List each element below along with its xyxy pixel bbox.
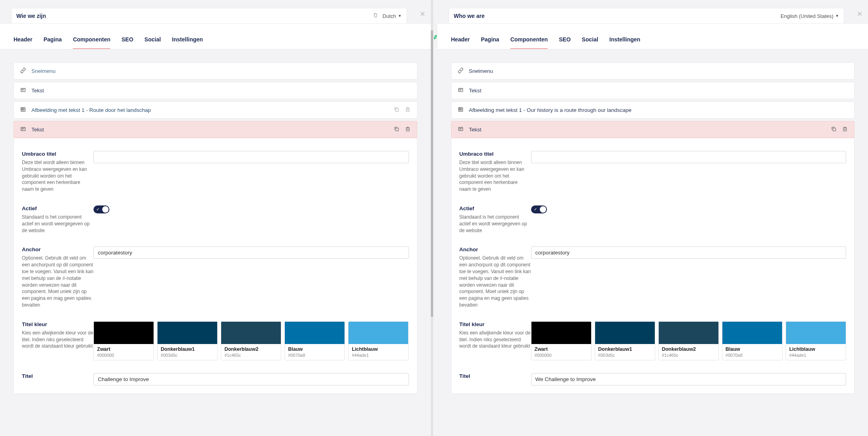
actief-toggle[interactable]: ✓	[93, 205, 109, 213]
tab-instellingen[interactable]: Instellingen	[609, 36, 640, 49]
text-icon	[20, 126, 26, 133]
svg-rect-0	[374, 14, 376, 17]
delete-icon[interactable]	[842, 126, 848, 133]
swatch-donkerblauw1[interactable]: Donkerblauw1#003d5c	[595, 321, 655, 360]
tab-header[interactable]: Header	[451, 36, 470, 49]
page-title-input[interactable]	[454, 13, 781, 19]
swatch-donkerblauw2[interactable]: Donkerblauw2#1c465c	[221, 321, 281, 360]
language-select[interactable]: English (United States) ▼	[780, 13, 839, 19]
swatch-lichtblauw[interactable]: Lichtblauw#44ade1	[348, 321, 409, 360]
field-desc: Deze titel wordt alleen binnen Umbraco w…	[459, 160, 524, 192]
expanded-panel: Umbraco titel Deze titel wordt alleen bi…	[14, 138, 417, 394]
field-label: Umbraco titel	[22, 151, 93, 157]
clipboard-icon[interactable]	[373, 13, 378, 19]
field-label: Titel kleur	[459, 321, 531, 327]
close-icon[interactable]: ✕	[420, 10, 425, 18]
anchor-input[interactable]	[531, 246, 847, 259]
field-desc: Standaard is het component actief en wor…	[459, 214, 527, 233]
field-desc: Optioneel. Gebruik dit veld om een ancho…	[22, 255, 93, 308]
tab-seo[interactable]: SEO	[121, 36, 133, 49]
copy-icon[interactable]	[831, 126, 837, 133]
component-snelmenu[interactable]: Snelmenu	[451, 63, 855, 80]
component-label: Snelmenu	[469, 68, 493, 74]
tab-componenten[interactable]: Componenten	[73, 36, 110, 49]
tab-componenten[interactable]: Componenten	[510, 36, 548, 49]
umbraco-titel-input[interactable]	[531, 151, 847, 163]
language-label: English (United States)	[780, 13, 833, 19]
field-label: Actief	[22, 205, 93, 211]
right-tabs: Header Pagina Componenten SEO Social Ins…	[438, 31, 868, 49]
delete-icon[interactable]	[405, 107, 411, 113]
left-tabs: Header Pagina Componenten SEO Social Ins…	[0, 31, 431, 49]
color-swatches: Zwart#000000 Donkerblauw1#003d5c Donkerb…	[93, 321, 409, 360]
page-title-input[interactable]	[16, 13, 368, 19]
swatch-blauw[interactable]: Blauw#0070a8	[284, 321, 345, 360]
tab-pagina[interactable]: Pagina	[481, 36, 499, 49]
field-actief: Actief Standaard is het component actief…	[18, 201, 413, 242]
umbraco-titel-input[interactable]	[93, 151, 409, 163]
titel-input[interactable]	[93, 373, 409, 385]
component-afbeelding[interactable]: Afbeelding met tekst 1 - Our history is …	[451, 102, 855, 119]
field-desc: Optioneel. Gebruik dit veld om een ancho…	[459, 255, 531, 308]
pane-divider[interactable]: ◀▶	[431, 0, 438, 436]
swatch-lichtblauw[interactable]: Lichtblauw#44ade1	[786, 321, 846, 360]
right-title-row: English (United States) ▼ ✕	[443, 4, 863, 24]
swatch-blauw[interactable]: Blauw#0070a8	[722, 321, 782, 360]
right-title-bar: English (United States) ▼	[449, 8, 845, 24]
tab-seo[interactable]: SEO	[559, 36, 571, 49]
component-tekst-2[interactable]: Tekst	[451, 121, 855, 138]
component-label: Tekst	[31, 127, 44, 133]
field-desc: Deze titel wordt alleen binnen Umbraco w…	[22, 160, 87, 192]
anchor-input[interactable]	[93, 246, 409, 259]
check-icon: ✓	[96, 207, 99, 211]
scrollbar-thumb[interactable]	[431, 30, 433, 317]
svg-rect-13	[395, 128, 398, 131]
swatch-zwart[interactable]: Zwart#000000	[531, 321, 592, 360]
language-select[interactable]: Dutch ▼	[383, 13, 402, 19]
toggle-knob	[540, 206, 546, 213]
link-icon	[20, 68, 26, 74]
titel-input[interactable]	[531, 373, 847, 385]
field-label: Actief	[459, 205, 531, 211]
right-content: Snelmenu Tekst Afbeelding met tekst 1 - …	[438, 50, 868, 402]
left-title-row: Dutch ▼ ✕	[6, 4, 425, 24]
tab-header[interactable]: Header	[14, 36, 32, 49]
row-actions	[394, 107, 411, 113]
component-snelmenu[interactable]: Snelmenu	[14, 63, 417, 80]
component-label: Tekst	[31, 88, 44, 94]
field-titelkleur: Titel kleur Kies een afwijkende kleur vo…	[18, 317, 413, 369]
swatch-donkerblauw2[interactable]: Donkerblauw2#1c465c	[658, 321, 719, 360]
swatch-donkerblauw1[interactable]: Donkerblauw1#003d5c	[157, 321, 218, 360]
copy-icon[interactable]	[394, 126, 399, 133]
tab-instellingen[interactable]: Instellingen	[172, 36, 203, 49]
color-swatches: Zwart#000000 Donkerblauw1#003d5c Donkerb…	[531, 321, 847, 360]
field-umbraco-titel: Umbraco titel Deze titel wordt alleen bi…	[18, 147, 413, 201]
component-afbeelding[interactable]: Afbeelding met tekst 1 - Route door het …	[14, 102, 417, 119]
row-actions	[394, 126, 411, 133]
actief-toggle[interactable]: ✓	[531, 205, 547, 213]
text-icon	[20, 87, 26, 94]
field-titel: Titel	[455, 369, 850, 389]
field-anchor: Anchor Optioneel. Gebruik dit veld om ee…	[18, 242, 413, 317]
field-label: Anchor	[22, 246, 93, 252]
expanded-panel: Umbraco titel Deze titel wordt alleen bi…	[451, 138, 855, 394]
tab-pagina[interactable]: Pagina	[43, 36, 62, 49]
field-titel: Titel	[18, 369, 413, 389]
component-tekst-1[interactable]: Tekst	[14, 82, 417, 99]
component-tekst-2[interactable]: Tekst	[14, 121, 417, 138]
swatch-zwart[interactable]: Zwart#000000	[93, 321, 154, 360]
close-icon[interactable]: ✕	[857, 10, 862, 18]
field-anchor: Anchor Optioneel. Gebruik dit veld om ee…	[455, 242, 850, 317]
delete-icon[interactable]	[405, 126, 411, 133]
component-tekst-1[interactable]: Tekst	[451, 82, 855, 99]
right-tabs-bar: Header Pagina Componenten SEO Social Ins…	[438, 24, 868, 50]
copy-icon[interactable]	[394, 107, 399, 113]
field-desc: Kies een afwijkende kleur voor de titel.…	[459, 330, 531, 349]
component-label: Tekst	[469, 127, 482, 133]
field-umbraco-titel: Umbraco titel Deze titel wordt alleen bi…	[455, 147, 850, 201]
tab-social[interactable]: Social	[144, 36, 161, 49]
tab-social[interactable]: Social	[582, 36, 598, 49]
left-tabs-bar: Header Pagina Componenten SEO Social Ins…	[0, 24, 431, 50]
collapse-icon[interactable]: ◀▶	[434, 35, 437, 39]
row-actions	[831, 126, 848, 133]
